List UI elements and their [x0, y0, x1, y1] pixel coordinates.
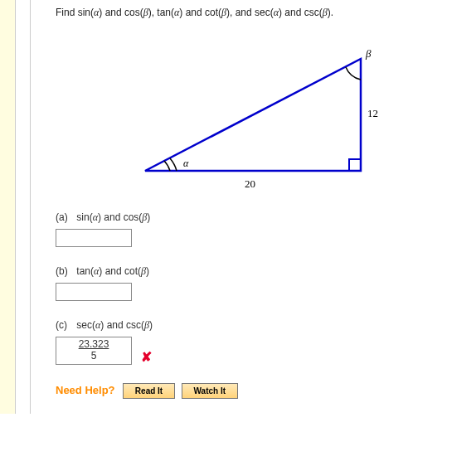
question-text: Find sin(α) and cos(β), tan(α) and cot(β… [56, 7, 466, 19]
question-container: Find sin(α) and cos(β), tan(α) and cot(β… [0, 0, 476, 414]
part-b-input[interactable] [56, 283, 132, 301]
part-a: (a) sin(α) and cos(β) [56, 211, 466, 247]
alpha-label: α [183, 158, 189, 169]
part-c-input[interactable]: 23.323 5 [56, 337, 132, 365]
triangle-diagram: α β 12 20 [56, 34, 466, 200]
part-a-label: (a) sin(α) and cos(β) [56, 211, 466, 224]
side-right-label: 12 [367, 107, 378, 119]
part-a-input[interactable] [56, 229, 132, 247]
yellow-strip [0, 0, 15, 414]
content-area: Find sin(α) and cos(β), tan(α) and cot(β… [30, 0, 476, 414]
read-it-button[interactable]: Read It [123, 383, 175, 399]
triangle-svg: α β 12 20 [112, 34, 410, 200]
part-c-label: (c) sec(α) and csc(β) [56, 319, 466, 332]
svg-marker-0 [145, 59, 361, 171]
need-help-label: Need Help? [56, 384, 115, 396]
part-c: (c) sec(α) and csc(β) 23.323 5 ✘ [56, 319, 466, 365]
white-strip [15, 0, 30, 414]
part-b-label: (b) tan(α) and cot(β) [56, 265, 466, 278]
wrong-icon: ✘ [141, 349, 152, 365]
part-b: (b) tan(α) and cot(β) [56, 265, 466, 301]
frac-numerator: 23.323 [65, 339, 123, 351]
need-help-row: Need Help? Read It Watch It [56, 383, 466, 399]
left-margin [0, 0, 30, 414]
watch-it-button[interactable]: Watch It [182, 383, 239, 399]
side-bottom-label: 20 [245, 177, 255, 190]
svg-rect-1 [349, 159, 361, 171]
beta-label: β [365, 47, 372, 60]
frac-denominator: 5 [65, 351, 123, 362]
